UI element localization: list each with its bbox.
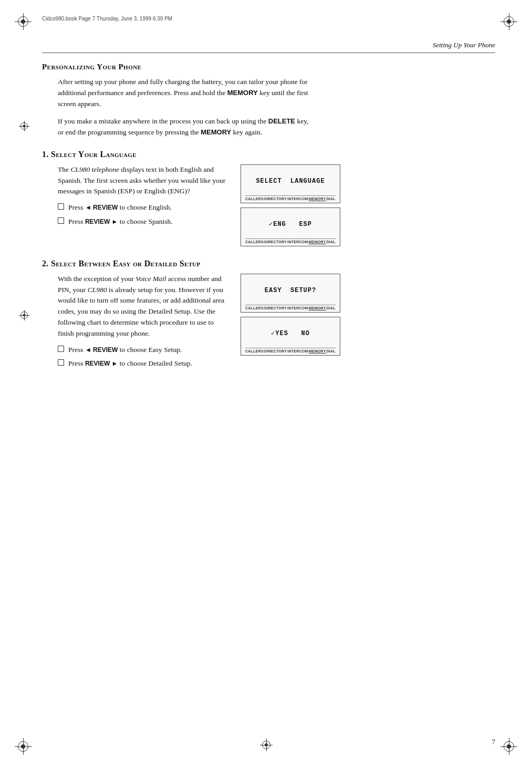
section1-screens: SELECT LANGUAGE CALLERS DIRECTORY INTERC… — [241, 164, 340, 246]
screen-bar-4: CALLERS DIRECTORY INTERCOM MEMORY DIAL — [245, 348, 336, 353]
checkbox-icon — [58, 346, 64, 352]
phone-screen-3: EASY SETUP? CALLERS DIRECTORY INTERCOM M… — [241, 274, 340, 313]
review-label: ◄ REVIEW — [85, 204, 118, 211]
personalizing-section: Personalizing Your Phone After setting u… — [42, 63, 495, 138]
registration-mark-br — [500, 738, 517, 755]
personalizing-para2: If you make a mistake anywhere in the pr… — [58, 116, 310, 138]
section1-text: The CL980 telephoneThe CL980 telephone d… — [58, 164, 226, 230]
page-header: Setting Up Your Phone — [42, 41, 495, 53]
section2-text: With the exception of your Voice Mail ac… — [58, 274, 226, 372]
checkbox-icon — [58, 203, 64, 210]
personalizing-para1: After setting up your phone and fully ch… — [58, 77, 310, 110]
screen-bar-3: CALLERS DIRECTORY INTERCOM MEMORY DIAL — [245, 305, 336, 310]
section2-description: With the exception of your Voice Mail ac… — [58, 274, 226, 340]
screen-display-1: SELECT LANGUAGE — [245, 168, 336, 194]
section1-title: 1. Select Your Language — [42, 150, 495, 159]
page: Cidco980.book Page 7 Thursday, June 3, 1… — [0, 0, 532, 768]
section1-body: The CL980 telephoneThe CL980 telephone d… — [58, 164, 495, 246]
section1-bullets: Press ◄ REVIEW to choose English. Press … — [58, 202, 226, 227]
screen-bar-1: CALLERS DIRECTORY INTERCOM MEMORY DIAL — [245, 195, 336, 201]
section2-bullets: Press ◄ REVIEW to choose Easy Setup. Pre… — [58, 345, 226, 369]
screen-display-4: ✓YES NO — [245, 320, 336, 347]
registration-mark-bl — [15, 738, 32, 755]
side-reg-mark-bottom — [19, 310, 29, 320]
section2-screens: EASY SETUP? CALLERS DIRECTORY INTERCOM M… — [241, 274, 340, 356]
section1: 1. Select Your Language The CL980 teleph… — [42, 150, 495, 246]
checkbox-icon — [58, 217, 64, 224]
review-label: ◄ REVIEW — [85, 346, 118, 354]
registration-mark-tl — [15, 13, 32, 30]
review-label: REVIEW ► — [85, 360, 118, 367]
phone-screen-2: ✓ENG ESP CALLERS DIRECTORY INTERCOM MEMO… — [241, 207, 340, 246]
screen-bar-2: CALLERS DIRECTORY INTERCOM MEMORY DIAL — [245, 238, 336, 244]
section2-title: 2. Select Between Easy or Detailed Setup — [42, 259, 495, 268]
side-reg-mark-top — [19, 121, 29, 131]
section2-body: With the exception of your Voice Mail ac… — [58, 274, 495, 372]
list-item: Press REVIEW ► to choose Spanish. — [58, 216, 226, 227]
screen-display-2: ✓ENG ESP — [245, 211, 336, 237]
header-title: Setting Up Your Phone — [433, 41, 495, 49]
personalizing-heading: Personalizing Your Phone — [42, 63, 495, 71]
phone-screen-4: ✓YES NO CALLERS DIRECTORY INTERCOM MEMOR… — [241, 317, 340, 356]
file-info: Cidco980.book Page 7 Thursday, June 3, 1… — [42, 16, 172, 22]
phone-screen-1: SELECT LANGUAGE CALLERS DIRECTORY INTERC… — [241, 164, 340, 203]
screen-display-3: EASY SETUP? — [245, 277, 336, 304]
registration-mark-tr — [500, 13, 517, 30]
checkbox-icon — [58, 359, 64, 366]
list-item: Press ◄ REVIEW to choose English. — [58, 202, 226, 213]
page-number: 7 — [492, 738, 496, 746]
list-item: Press REVIEW ► to choose Detailed Setup. — [58, 358, 226, 369]
list-item: Press ◄ REVIEW to choose Easy Setup. — [58, 345, 226, 355]
review-label: REVIEW ► — [85, 218, 118, 225]
bottom-center-reg-mark — [260, 739, 273, 751]
section1-description: The CL980 telephoneThe CL980 telephone d… — [58, 164, 226, 198]
section2: 2. Select Between Easy or Detailed Setup… — [42, 259, 495, 372]
